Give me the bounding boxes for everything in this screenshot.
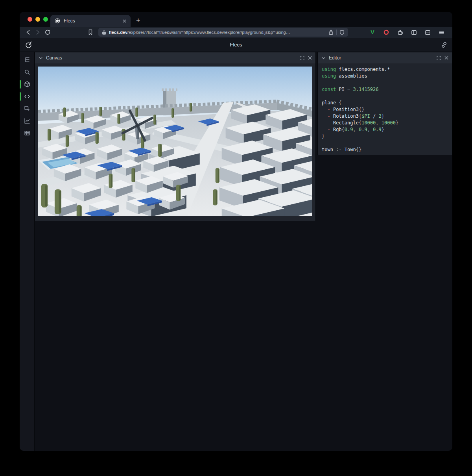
expand-icon[interactable] <box>300 56 305 61</box>
browser-window: Flecs + flecs.dev/explorer/?local=true&w… <box>20 12 452 451</box>
url-domain: flecs.dev <box>109 30 127 35</box>
url-path: /explorer/?local=true&wasm=https://www.f… <box>127 30 290 35</box>
browser-toolbar: flecs.dev/explorer/?local=true&wasm=http… <box>20 27 452 38</box>
url-bar[interactable]: flecs.dev/explorer/?local=true&wasm=http… <box>98 28 348 37</box>
chart-icon <box>24 117 31 124</box>
editor-panel: Editor using flecs.components.*using ass… <box>317 52 452 155</box>
tab-title: Flecs <box>64 18 119 24</box>
tab-card-icon[interactable] <box>423 28 432 37</box>
traffic-lights <box>28 17 48 22</box>
close-icon[interactable] <box>444 56 449 60</box>
sidebar-item-stats[interactable] <box>20 130 35 137</box>
bookmark-icon[interactable] <box>86 28 95 37</box>
hamburger-menu-icon[interactable] <box>437 28 446 37</box>
canvas-3d-scene[interactable] <box>38 67 312 216</box>
window-close-button[interactable] <box>28 17 32 22</box>
link-icon[interactable] <box>441 41 448 48</box>
canvas-panel-header: Canvas <box>35 52 315 63</box>
canvas-body <box>35 63 315 219</box>
forward-button[interactable] <box>33 28 42 37</box>
extension-icons: V <box>368 28 448 37</box>
sidebar-panel-icon[interactable] <box>409 28 419 37</box>
canvas-panel-title: Canvas <box>46 55 297 61</box>
tab-close-icon[interactable] <box>122 19 127 23</box>
lock-icon <box>101 30 107 35</box>
brave-shield-icon[interactable] <box>339 30 345 35</box>
stats-icon <box>24 130 31 137</box>
sidebar-item-charts[interactable] <box>20 117 35 124</box>
sidebar-item-editor[interactable] <box>20 93 35 100</box>
window-minimize-button[interactable] <box>35 17 40 22</box>
cube-icon <box>24 81 31 88</box>
flecs-logo-icon[interactable] <box>24 41 33 49</box>
close-icon[interactable] <box>308 56 312 60</box>
chevron-down-icon[interactable] <box>38 56 43 61</box>
record-extension-icon[interactable] <box>382 28 391 37</box>
sidebar-item-entity-tree[interactable] <box>20 56 35 63</box>
expand-icon[interactable] <box>436 56 441 61</box>
page-title: Flecs <box>20 42 452 48</box>
app-header: Flecs <box>20 38 452 52</box>
code-icon <box>24 93 31 100</box>
new-tab-button[interactable]: + <box>136 17 140 24</box>
search-icon <box>24 69 31 76</box>
browser-tab[interactable]: Flecs <box>50 15 131 27</box>
tab-favicon-icon <box>54 18 61 24</box>
sidebar-item-canvas[interactable] <box>20 81 35 88</box>
inspect-icon <box>24 105 31 112</box>
url-text: flecs.dev/explorer/?local=true&wasm=http… <box>109 30 326 35</box>
back-button[interactable] <box>24 28 33 37</box>
canvas-panel: Canvas <box>35 52 316 221</box>
reload-button[interactable] <box>42 28 52 37</box>
share-icon[interactable] <box>328 29 334 35</box>
tree-icon <box>24 56 31 63</box>
editor-code[interactable]: using flecs.components.*using assemblies… <box>318 63 452 156</box>
editor-panel-header: Editor <box>318 52 452 63</box>
editor-panel-title: Editor <box>329 55 433 61</box>
puzzle-extensions-icon[interactable] <box>395 28 405 37</box>
left-sidebar <box>20 52 35 451</box>
chevron-down-icon[interactable] <box>321 56 326 61</box>
v-extension-icon[interactable]: V <box>368 28 377 37</box>
explorer-content: Canvas <box>20 52 452 451</box>
sidebar-item-inspect[interactable] <box>20 105 35 112</box>
sidebar-item-search[interactable] <box>20 69 35 76</box>
window-zoom-button[interactable] <box>43 17 48 22</box>
url-separator <box>336 30 337 35</box>
browser-tab-bar: Flecs + <box>20 12 452 27</box>
